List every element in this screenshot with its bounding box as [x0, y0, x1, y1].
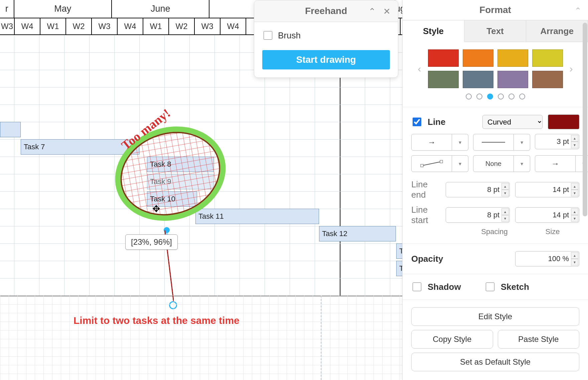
sketch-checkbox[interactable]: [486, 282, 494, 291]
line-label: Line: [428, 117, 445, 127]
line-end-spacing-stepper[interactable]: 8 pt▲▼: [446, 182, 510, 197]
line-start-label: Line start: [411, 205, 440, 225]
task-bar[interactable]: Task 12: [319, 226, 396, 241]
line-start-size-stepper[interactable]: 14 pt▲▼: [515, 207, 579, 223]
shadow-checkbox-row[interactable]: Shadow: [411, 281, 461, 292]
week-cell: W3: [0, 18, 15, 34]
position-tooltip: [23%, 96%]: [125, 234, 178, 250]
svg-point-1: [112, 120, 231, 227]
week-cell: W4: [15, 18, 40, 34]
spacing-sublabel: Spacing: [468, 227, 521, 236]
arrow-right-icon: →: [428, 138, 436, 147]
svg-rect-4: [421, 164, 423, 167]
brush-label: Brush: [278, 30, 301, 41]
edit-style-button[interactable]: Edit Style: [411, 307, 579, 326]
freehand-title: Freehand: [305, 6, 347, 16]
collapse-icon[interactable]: ⌃: [369, 6, 376, 17]
start-drawing-button[interactable]: Start drawing: [262, 50, 390, 69]
spin-value: 14 pt: [553, 185, 569, 194]
arrow-start-style[interactable]: → ▾: [411, 134, 468, 151]
shadow-checkbox[interactable]: [413, 282, 421, 291]
format-tabs: Style Text Arrange: [403, 20, 588, 42]
opacity-label: Opacity: [411, 254, 443, 264]
format-panel: Format ⌃ Style Text Arrange ‹ ›: [402, 0, 588, 380]
sketch-checkbox-row[interactable]: Sketch: [484, 281, 529, 292]
pager-dot[interactable]: [466, 93, 472, 100]
color-swatch[interactable]: [463, 49, 493, 67]
palette-pager: [411, 93, 579, 100]
scrollbar-thumb[interactable]: [583, 23, 587, 216]
freehand-panel[interactable]: Freehand ⌃ ✕ Brush Start drawing: [254, 0, 398, 78]
spin-value: 8 pt: [487, 211, 499, 219]
dropdown-icon[interactable]: ▾: [452, 134, 468, 151]
waypoint-style-picker[interactable]: ▾: [411, 155, 468, 172]
paste-style-button[interactable]: Paste Style: [498, 330, 580, 349]
dropdown-icon[interactable]: ▾: [514, 134, 530, 151]
next-palette-icon[interactable]: ›: [568, 63, 575, 74]
set-default-style-button[interactable]: Set as Default Style: [411, 353, 579, 371]
line-end-label: Line end: [411, 179, 440, 200]
task-label: Task 7: [24, 143, 45, 151]
color-swatch[interactable]: [428, 49, 459, 67]
week-cell: W4: [220, 18, 246, 34]
style-swatch-section: ‹ ›: [403, 42, 588, 107]
tab-style[interactable]: Style: [403, 20, 464, 42]
color-swatch[interactable]: [497, 71, 528, 88]
line-enabled-checkbox[interactable]: [413, 118, 421, 126]
task-label: Task 12: [322, 229, 347, 238]
color-swatch[interactable]: [532, 71, 563, 88]
canvas-grid[interactable]: [0, 296, 406, 380]
close-icon[interactable]: ✕: [383, 6, 391, 17]
week-cell: W2: [169, 18, 195, 34]
color-swatch[interactable]: [532, 49, 563, 67]
month-cell: June: [112, 0, 209, 18]
task-bar[interactable]: [0, 122, 21, 137]
step-up-icon[interactable]: ▲: [571, 135, 578, 142]
opacity-stepper[interactable]: 100 %▲▼: [515, 251, 579, 266]
freehand-scribble[interactable]: [112, 120, 232, 227]
line-style-picker[interactable]: ▾: [473, 134, 530, 151]
annotation-limit-note[interactable]: Limit to two tasks at the same time: [74, 315, 240, 326]
waypoint-none-picker[interactable]: None ▾: [473, 155, 530, 172]
color-swatch-grid: [428, 49, 563, 88]
shadow-sketch-section: Shadow Sketch: [403, 274, 588, 300]
opacity-section: Opacity 100 %▲▼: [403, 244, 588, 274]
line-end-size-stepper[interactable]: 14 pt▲▼: [515, 182, 579, 197]
spin-value: 100 %: [548, 254, 569, 263]
page-divider: [321, 296, 321, 380]
step-down-icon[interactable]: ▼: [571, 142, 578, 148]
month-cell: r: [0, 0, 14, 18]
line-width-stepper[interactable]: 3 pt ▲▼: [535, 134, 579, 149]
week-cell: W1: [143, 18, 169, 34]
collapse-icon[interactable]: ⌃: [575, 6, 581, 15]
month-cell: May: [14, 0, 112, 18]
week-cell: W1: [40, 18, 66, 34]
pager-dot[interactable]: [508, 93, 514, 100]
freehand-titlebar[interactable]: Freehand ⌃ ✕: [254, 0, 398, 22]
week-cell: W2: [66, 18, 92, 34]
copy-style-button[interactable]: Copy Style: [411, 330, 493, 349]
tab-arrange[interactable]: Arrange: [526, 20, 588, 42]
format-titlebar: Format ⌃: [403, 0, 588, 20]
dropdown-icon[interactable]: ▾: [452, 155, 468, 172]
line-width-value: 3 pt: [557, 137, 569, 146]
svg-line-3: [422, 162, 441, 166]
line-start-spacing-stepper[interactable]: 8 pt▲▼: [446, 207, 510, 223]
line-type-select[interactable]: Curved: [482, 115, 543, 129]
arrow-end-style[interactable]: → ▾: [535, 155, 588, 172]
pager-dot[interactable]: [519, 93, 525, 100]
tab-text[interactable]: Text: [464, 20, 526, 42]
color-swatch[interactable]: [463, 71, 493, 88]
dropdown-icon[interactable]: ▾: [514, 155, 530, 172]
color-swatch[interactable]: [497, 49, 528, 67]
prev-palette-icon[interactable]: ‹: [416, 63, 423, 74]
style-buttons-section: Edit Style Copy Style Paste Style Set as…: [403, 300, 588, 379]
color-swatch[interactable]: [428, 71, 459, 88]
line-section: Line Curved → ▾ ▾ 3 pt ▲▼: [403, 107, 588, 244]
pager-dot[interactable]: [476, 93, 482, 100]
brush-checkbox[interactable]: [264, 31, 272, 40]
brush-checkbox-row[interactable]: Brush: [262, 30, 390, 41]
pager-dot[interactable]: [498, 93, 504, 100]
line-color-well[interactable]: [548, 115, 579, 129]
pager-dot[interactable]: [487, 93, 493, 100]
